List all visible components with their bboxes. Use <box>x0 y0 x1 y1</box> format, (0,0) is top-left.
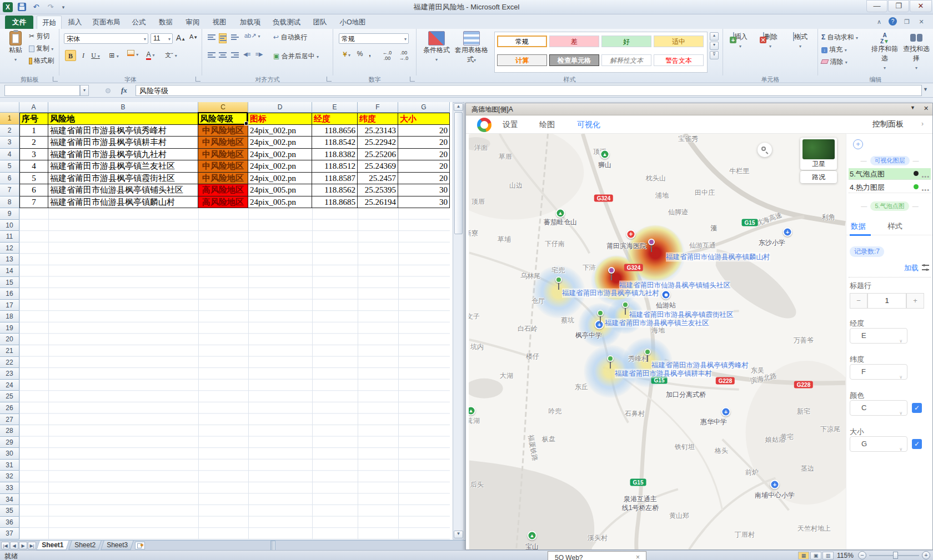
data-cell[interactable]: 中风险地区 <box>198 160 248 173</box>
data-cell[interactable]: 25.26194 <box>358 196 398 209</box>
title-row-value[interactable]: 1 <box>867 293 906 309</box>
view-normal-button[interactable]: ▦ <box>798 552 809 559</box>
workbook-close-icon[interactable]: ✕ <box>915 17 927 27</box>
scenic-poi-icon[interactable]: ▲ <box>528 531 537 541</box>
data-cell[interactable]: 25.25206 <box>358 149 398 161</box>
amap-panel-titlebar[interactable]: 高德地图[侧]A ▼ ✕ <box>466 103 932 115</box>
row-header-5[interactable]: 5 <box>0 160 19 173</box>
row-header-23[interactable]: 23 <box>0 368 19 380</box>
satellite-toggle[interactable]: 卫星 <box>800 138 837 170</box>
row-header-32[interactable]: 32 <box>0 471 19 482</box>
data-cell[interactable]: 24pix_002.pn <box>248 160 312 173</box>
paste-button[interactable]: 粘贴▾ <box>4 31 27 63</box>
conditional-format-button[interactable]: 条件格式▾ <box>421 31 452 63</box>
align-middle-button[interactable] <box>219 33 227 43</box>
cut-button[interactable]: ✂ 剪切 <box>29 31 58 41</box>
bold-button[interactable]: B <box>65 50 76 61</box>
sheet-tab-Sheet2[interactable]: Sheet2 <box>68 541 102 550</box>
layer-visibility-icon[interactable] <box>914 184 919 189</box>
phonetic-button[interactable]: 文˘ ▾ <box>163 50 179 61</box>
menu-draw[interactable]: 绘图 <box>539 120 555 130</box>
data-cell[interactable]: 118.8562 <box>312 184 358 196</box>
data-cell[interactable]: 30 <box>398 196 450 209</box>
data-cell[interactable]: 24pix_002.pn <box>248 149 312 161</box>
scroll-up-icon[interactable]: ▲ <box>454 103 463 111</box>
italic-button[interactable]: I <box>78 50 88 61</box>
data-cell[interactable]: 24pix_002.pn <box>248 173 312 185</box>
data-cell[interactable]: 20 <box>398 137 450 149</box>
clear-button[interactable]: 清除 ▾ <box>821 57 860 67</box>
find-select-button[interactable]: 查找和选择▾ <box>900 32 932 71</box>
row-header-7[interactable]: 7 <box>0 184 19 196</box>
sheet-tab-Sheet1[interactable]: Sheet1 <box>36 541 69 550</box>
map-canvas[interactable]: 洋面草厝顶溪狮山宝雀秀牛栏里枕头山山边顶厝田中庄浦地仙脚迹沧溪蕃茄畦仓山新寮草埔… <box>469 134 846 549</box>
insert-function-button[interactable]: fx <box>121 86 127 95</box>
hospital-poi-icon[interactable]: + <box>626 230 636 239</box>
styles-more-icon[interactable]: ⊽ <box>710 51 719 59</box>
column-header-E[interactable]: E <box>312 102 358 113</box>
cell-style-差[interactable]: 差 <box>549 36 599 47</box>
row-header-29[interactable]: 29 <box>0 437 19 448</box>
row-header-2[interactable]: 2 <box>0 125 19 137</box>
align-bottom-button[interactable] <box>231 33 239 41</box>
data-callout[interactable]: 福建省莆田市游县枫亭镇兰友社区 <box>605 319 709 328</box>
cell-style-适中[interactable]: 适中 <box>654 36 704 47</box>
format-as-table-button[interactable]: 套用表格格式▾ <box>454 31 489 64</box>
row-header-28[interactable]: 28 <box>0 425 19 437</box>
ribbon-tab-加载项[interactable]: 加载项 <box>234 16 266 29</box>
panel-collapse-icon[interactable]: ▼ <box>910 105 915 110</box>
row-header-34[interactable]: 34 <box>0 494 19 506</box>
alignment-dialog-launcher[interactable] <box>327 77 332 82</box>
field-select-大小[interactable]: G∨ <box>850 436 907 452</box>
autosum-button[interactable]: Σ 自动求和 ▾ <box>821 32 869 42</box>
cell-style-计算[interactable]: 计算 <box>497 54 547 66</box>
data-cell[interactable]: 中风险地区 <box>198 173 248 185</box>
first-sheet-icon[interactable]: |◀ <box>1 542 9 549</box>
ribbon-tab-小O地图[interactable]: 小O地图 <box>334 16 371 29</box>
title-row-plus[interactable]: + <box>906 293 924 309</box>
row-header-1[interactable]: 1 <box>0 113 19 125</box>
formula-input[interactable]: 风险等级 <box>136 85 922 96</box>
row-header-21[interactable]: 21 <box>0 345 19 357</box>
underline-button[interactable]: U ▾ <box>89 50 102 61</box>
data-cell[interactable]: 2 <box>19 137 48 149</box>
data-cell[interactable]: 24pix_005.pn <box>248 184 312 196</box>
panel-close-icon[interactable]: ✕ <box>924 105 929 112</box>
row-header-15[interactable]: 15 <box>0 277 19 289</box>
scenic-poi-icon[interactable]: ▲ <box>600 150 610 159</box>
header-cell-大小[interactable]: 大小 <box>398 113 450 125</box>
scenic-poi-icon[interactable]: ▲ <box>556 209 565 218</box>
data-cell[interactable]: 20 <box>398 125 450 137</box>
data-cell[interactable]: 中风险地区 <box>198 149 248 161</box>
traffic-toggle[interactable]: 路况 <box>800 171 837 183</box>
data-cell[interactable]: 20 <box>398 173 450 185</box>
data-cell[interactable]: 福建省莆田市游县枫亭镇霞街社区 <box>48 173 198 185</box>
row-header-14[interactable]: 14 <box>0 265 19 277</box>
zoom-level[interactable]: 115% <box>837 552 854 559</box>
row-header-11[interactable]: 11 <box>0 231 19 243</box>
ribbon-tab-视图[interactable]: 视图 <box>207 16 232 29</box>
field-select-颜色[interactable]: C∨ <box>850 400 907 416</box>
shrink-font-button[interactable]: A▼ <box>189 33 198 40</box>
insert-sheet-button[interactable]: ✱ <box>135 542 145 549</box>
styles-scroll-down-icon[interactable]: ▾ <box>710 42 719 50</box>
row-header-8[interactable]: 8 <box>0 196 19 209</box>
merge-center-button[interactable]: ▣ 合并后居中 ▾ <box>273 51 331 61</box>
row-header-13[interactable]: 13 <box>0 254 19 265</box>
increase-decimal-button[interactable]: ←.0.00 <box>380 50 394 61</box>
column-header-B[interactable]: B <box>48 102 198 113</box>
add-layer-icon[interactable]: + <box>853 139 863 149</box>
row-header-22[interactable]: 22 <box>0 357 19 369</box>
cell-style-常规[interactable]: 常规 <box>497 36 547 47</box>
scroll-down-icon[interactable]: ▼ <box>454 531 463 538</box>
selected-cell[interactable] <box>198 112 248 125</box>
column-header-D[interactable]: D <box>248 102 312 113</box>
workbook-restore-icon[interactable]: ❐ <box>901 17 913 27</box>
decrease-indent-button[interactable]: ◀≡ <box>243 51 251 57</box>
font-dialog-launcher[interactable] <box>195 77 200 82</box>
font-color-button[interactable]: A ▾ <box>143 50 158 61</box>
data-cell[interactable]: 福建省莆田市游县枫亭镇兰友社区 <box>48 160 198 173</box>
formula-bar-handle[interactable] <box>106 88 111 93</box>
ribbon-tab-文件[interactable]: 文件 <box>5 16 33 29</box>
load-settings-icon[interactable] <box>922 265 929 270</box>
